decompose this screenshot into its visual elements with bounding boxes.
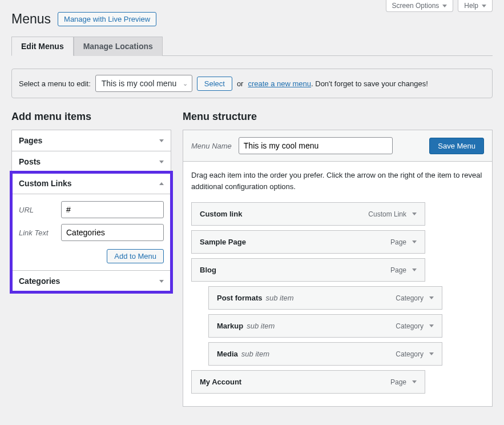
add-menu-items-title: Add menu items <box>11 111 171 123</box>
caret-down-icon[interactable] <box>429 352 434 355</box>
pages-label: Pages <box>19 136 42 145</box>
caret-down-icon <box>159 161 164 163</box>
caret-down-icon[interactable] <box>429 296 434 299</box>
menu-item[interactable]: Mediasub itemCategory <box>208 342 442 366</box>
menu-item[interactable]: Post formatssub itemCategory <box>208 286 442 310</box>
accordion-header-posts[interactable]: Posts <box>12 151 171 172</box>
caret-down-icon[interactable] <box>412 240 417 243</box>
menu-item-type: Page <box>390 378 406 386</box>
menu-item-title: Blog <box>200 266 216 274</box>
menu-item[interactable]: Markupsub itemCategory <box>208 314 442 338</box>
accordion-categories: Categories <box>11 271 171 292</box>
screen-options-button[interactable]: Screen Options <box>386 0 454 12</box>
menu-item[interactable]: Custom linkCustom Link <box>191 202 425 226</box>
select-button[interactable]: Select <box>197 77 232 91</box>
accordion-header-pages[interactable]: Pages <box>12 130 171 151</box>
menu-item-type: Category <box>396 322 424 330</box>
accordion-posts: Posts <box>11 151 171 173</box>
save-menu-button[interactable]: Save Menu <box>429 138 484 154</box>
caret-down-icon[interactable] <box>412 268 417 271</box>
menu-structure-body: Drag each item into the order you prefer… <box>183 161 493 407</box>
posts-label: Posts <box>19 157 41 166</box>
sub-item-label: sub item <box>247 322 275 330</box>
url-label: URL <box>19 206 57 214</box>
menu-item-type: Page <box>390 238 406 246</box>
menu-item-title: Markup <box>217 322 243 330</box>
accordion-header-categories[interactable]: Categories <box>12 271 171 291</box>
link-text-label: Link Text <box>19 228 57 237</box>
tab-edit-menus[interactable]: Edit Menus <box>11 37 74 56</box>
menu-items-list: Custom linkCustom LinkSample PagePageBlo… <box>191 202 484 394</box>
caret-down-icon[interactable] <box>412 213 417 215</box>
menu-item-title: Post formats <box>217 294 262 302</box>
caret-down-icon[interactable] <box>429 324 434 327</box>
menu-item-type: Category <box>396 294 424 302</box>
or-text: or <box>237 79 244 88</box>
url-input[interactable] <box>61 201 164 218</box>
menu-name-input[interactable] <box>239 137 393 154</box>
select-menu-notice: Select a menu to edit: This is my cool m… <box>11 69 493 98</box>
menu-item-type: Custom Link <box>368 210 406 218</box>
caret-up-icon <box>159 182 164 185</box>
caret-down-icon <box>159 139 164 142</box>
tab-manage-locations[interactable]: Manage Locations <box>74 37 163 56</box>
caret-down-icon[interactable] <box>412 380 417 383</box>
live-preview-button[interactable]: Manage with Live Preview <box>58 12 156 26</box>
sub-item-label: sub item <box>265 294 293 302</box>
custom-links-label: Custom Links <box>19 179 72 188</box>
menu-item[interactable]: Sample PagePage <box>191 230 425 254</box>
screen-options-label: Screen Options <box>392 2 440 10</box>
menu-name-label: Menu Name <box>191 142 232 150</box>
menu-item-title: My Account <box>200 378 241 386</box>
help-button[interactable]: Help <box>458 0 493 12</box>
menu-item-title: Media <box>217 350 238 358</box>
link-text-input[interactable] <box>61 224 164 241</box>
structure-help-text: Drag each item into the order you prefer… <box>191 170 484 192</box>
page-title: Menus <box>11 11 51 27</box>
caret-down-icon <box>442 5 447 7</box>
notice-tail: . Don't forget to save your changes! <box>311 79 428 88</box>
sub-item-label: sub item <box>241 350 269 358</box>
tabs: Edit Menus Manage Locations <box>11 36 493 56</box>
caret-down-icon <box>482 5 486 7</box>
menu-item[interactable]: My AccountPage <box>191 370 425 394</box>
add-to-menu-button[interactable]: Add to Menu <box>107 249 164 263</box>
menu-item-title: Sample Page <box>200 238 246 246</box>
menu-item-type: Page <box>390 266 406 274</box>
menu-structure-title: Menu structure <box>183 111 493 123</box>
header-top-right: Screen Options Help <box>386 0 493 12</box>
accordion-header-custom-links[interactable]: Custom Links <box>12 173 171 194</box>
create-new-menu-link[interactable]: create a new menu <box>248 79 311 88</box>
custom-links-body: URL Link Text Add to Menu <box>12 194 171 270</box>
menu-item[interactable]: BlogPage <box>191 258 425 282</box>
accordion-custom-links: Custom Links URL Link Text A <box>11 173 171 271</box>
menu-name-bar: Menu Name Save Menu <box>183 130 493 161</box>
menu-item-type: Category <box>396 350 424 358</box>
caret-down-icon <box>159 280 164 283</box>
categories-label: Categories <box>19 276 60 286</box>
accordion-pages: Pages <box>11 130 171 151</box>
menu-select[interactable]: This is my cool menu <box>95 75 192 92</box>
select-menu-label: Select a menu to edit: <box>19 79 91 88</box>
help-label: Help <box>464 2 478 10</box>
menu-item-title: Custom link <box>200 210 242 218</box>
